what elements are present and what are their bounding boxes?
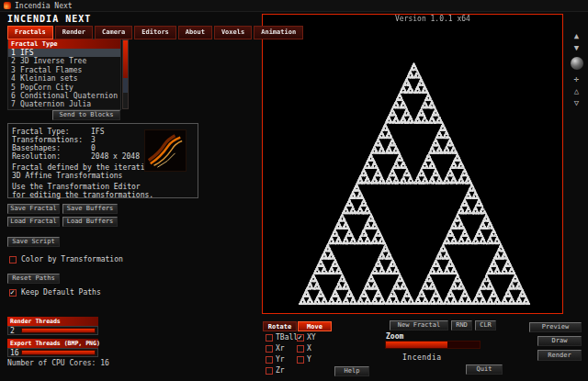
fractal-viewport: [262, 14, 563, 314]
menu-tab-editors[interactable]: Editors: [134, 26, 176, 39]
zoom-in-icon[interactable]: ▲: [574, 31, 579, 40]
rnd-button[interactable]: RND: [451, 320, 472, 331]
render-threads-control: 2: [7, 326, 98, 335]
rotate-down-icon[interactable]: ▽: [574, 98, 579, 107]
rotate-up-icon[interactable]: △: [574, 86, 579, 95]
xr-checkbox[interactable]: [266, 345, 273, 353]
menu-tab-voxels[interactable]: Voxels: [214, 26, 252, 39]
color-by-transformation-label: Color by Transformation: [21, 255, 123, 263]
xy-checkbox[interactable]: [297, 334, 304, 342]
app-window: Incendia Next INCENDIA NEXT Version 1.0.…: [0, 0, 588, 381]
xy-label: XY: [307, 333, 316, 342]
titlebar: Incendia Next: [0, 0, 588, 12]
xr-label: Xr: [276, 344, 285, 353]
menu-tab-render[interactable]: Render: [55, 26, 93, 39]
list-item-ifs[interactable]: 1IFS: [8, 49, 120, 57]
render-threads-slider[interactable]: [21, 328, 96, 333]
fractal-canvas[interactable]: [263, 15, 562, 313]
load-fractal-button[interactable]: Load Fractal: [7, 217, 60, 227]
save-buffers-button[interactable]: Save Buffers: [62, 204, 118, 214]
list-item-fractal-flames[interactable]: 3Fractal Flames: [8, 66, 120, 74]
preview-button[interactable]: Preview: [529, 322, 582, 332]
fractal-type-list: Fractal Type 1IFS 23D Inverse Tree 3Frac…: [7, 39, 121, 110]
y-checkbox[interactable]: [297, 356, 304, 364]
app-flame-icon: [4, 2, 11, 9]
zoom-out-icon[interactable]: ▼: [574, 43, 579, 52]
zoom-label: Zoom: [386, 332, 403, 341]
tball-checkbox[interactable]: [266, 334, 273, 342]
export-threads-header: Export Threads (BMP, PNG): [7, 339, 98, 348]
help-button[interactable]: Help: [334, 366, 369, 376]
menubar: Fractals Render Camera Editors About Vox…: [7, 26, 303, 39]
render-threads-value: 2: [8, 327, 21, 335]
x-label: X: [307, 344, 311, 353]
tball-label: TBall: [276, 333, 298, 342]
render-threads-header: Render Threads: [7, 317, 98, 326]
quit-button[interactable]: Quit: [466, 364, 503, 375]
app-name: INCENDIA NEXT: [7, 14, 91, 24]
export-threads-slider[interactable]: [21, 350, 96, 355]
reset-paths-button[interactable]: Reset Paths: [7, 274, 60, 284]
menu-tab-animation[interactable]: Animation: [254, 26, 303, 39]
fractal-info-panel: Fractal Type:IFS Transformations:3 Bases…: [7, 123, 198, 198]
zr-checkbox[interactable]: [266, 367, 273, 375]
fractal-list-scrollbar[interactable]: [122, 39, 129, 109]
scrollbar-thumb[interactable]: [123, 40, 128, 78]
send-to-blocks-button[interactable]: Send to Blocks: [52, 110, 120, 120]
window-title: Incendia Next: [15, 2, 73, 10]
rotate-tab[interactable]: Rotate: [263, 321, 297, 331]
export-threads-control: 16: [7, 348, 98, 357]
scrollbar-lower-segment: [123, 78, 128, 93]
pan-icon[interactable]: ✛: [574, 74, 579, 84]
info-description-line: for editing the transformations.: [12, 191, 198, 199]
cpu-cores-label: Number of CPU Cores: 16: [7, 359, 109, 367]
flame-thumbnail-art: [145, 130, 186, 171]
list-item-3d-inverse-tree[interactable]: 23D Inverse Tree: [8, 57, 120, 65]
color-by-transformation-checkbox[interactable]: [9, 256, 17, 263]
menu-tab-camera[interactable]: Camera: [95, 26, 132, 39]
list-item-popcorn-city[interactable]: 5PopCorn City: [8, 84, 120, 92]
export-threads-value: 16: [8, 349, 21, 357]
zoom-slider[interactable]: [385, 341, 481, 349]
list-item-conditional-quaternion-julia[interactable]: 6Conditional Quaternion Julia: [8, 92, 120, 100]
info-description-line: 3D Affine Transformations: [12, 172, 198, 180]
version-label: Version 1.0.1 x64: [395, 15, 470, 23]
incendia-brand: Incendia: [402, 353, 442, 362]
trackball-icon[interactable]: [571, 57, 583, 70]
draw-button[interactable]: Draw: [537, 336, 582, 346]
fractal-flame-thumbnail: [144, 129, 187, 172]
x-checkbox[interactable]: [297, 345, 304, 353]
load-buffers-button[interactable]: Load Buffers: [62, 217, 118, 227]
save-fractal-button[interactable]: Save Fractal: [7, 204, 60, 214]
render-button[interactable]: Render: [537, 350, 582, 361]
keep-default-paths-label: Keep Default Paths: [21, 288, 101, 297]
keep-default-paths-checkbox[interactable]: [9, 289, 17, 297]
nav-toolbar: ▲ ▼ ✛ △ ▽: [567, 31, 586, 107]
zr-label: Zr: [276, 366, 285, 375]
fractal-type-header: Fractal Type: [8, 39, 120, 49]
yr-label: Yr: [276, 355, 285, 364]
menu-tab-fractals[interactable]: Fractals: [7, 26, 53, 39]
y-label: Y: [307, 355, 311, 364]
info-description-line: Use the Transformation Editor: [12, 183, 198, 191]
clr-button[interactable]: CLR: [475, 320, 496, 331]
move-tab[interactable]: Move: [298, 321, 332, 331]
menu-tab-about[interactable]: About: [178, 26, 212, 39]
save-script-button[interactable]: Save Script: [7, 237, 60, 247]
list-item-quaternion-julia[interactable]: 7Quaternion Julia: [8, 100, 120, 108]
yr-checkbox[interactable]: [266, 356, 273, 364]
new-fractal-button[interactable]: New Fractal: [390, 320, 448, 331]
list-item-kleinian-sets[interactable]: 4Kleinian sets: [8, 74, 120, 83]
